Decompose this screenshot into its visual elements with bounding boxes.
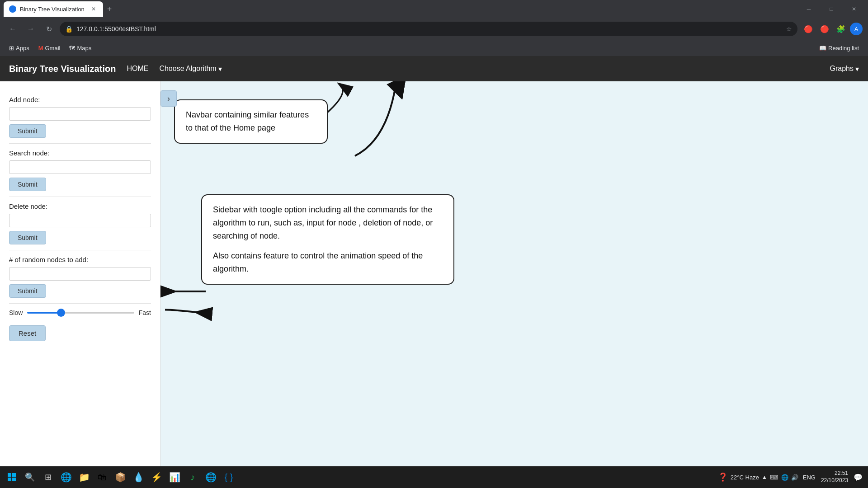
bookmarks-bar: ⊞ Apps M Gmail 🗺 Maps 📖 Reading list (0, 40, 868, 56)
new-tab-button[interactable]: + (103, 3, 116, 15)
add-node-submit-button[interactable]: Submit (9, 124, 46, 138)
start-button[interactable] (4, 469, 20, 485)
app5-icon: ⚡ (151, 472, 162, 483)
search-taskbar-icon: 🔍 (25, 472, 35, 482)
random-nodes-submit-button[interactable]: Submit (9, 284, 46, 298)
apps-icon: ⊞ (9, 45, 14, 52)
clock-time: 22:51 (835, 470, 848, 477)
puzzle-icon[interactable]: 🧩 (834, 22, 848, 36)
delete-node-section: Delete node: Submit (9, 197, 151, 250)
notification-button[interactable]: 💬 (852, 471, 864, 483)
search-node-label: Search node: (9, 149, 151, 157)
expand-icon[interactable]: ▲ (762, 474, 767, 480)
sidebar-toggle-button[interactable]: › (160, 90, 177, 107)
system-tray: ❓ 22°C Haze ▲ ⌨ 🌐 🔊 ENG (718, 472, 817, 482)
speed-slider[interactable] (27, 312, 134, 314)
address-text: 127.0.0.1:5500/testBST.html (76, 25, 783, 33)
random-nodes-input[interactable] (9, 267, 151, 281)
graphs-caret: ▾ (855, 65, 859, 73)
page-navbar: Binary Tree Visualization HOME Choose Al… (0, 56, 868, 81)
tab-close-button[interactable]: ✕ (90, 5, 98, 13)
page-title: Binary Tree Visualization (9, 64, 116, 74)
office-button[interactable]: 📊 (166, 469, 183, 485)
add-node-section: Add node: Submit (9, 90, 151, 144)
folder-icon: 📁 (79, 472, 90, 483)
taskbar-clock[interactable]: 22:51 22/10/2023 (821, 470, 848, 484)
search-node-input[interactable] (9, 160, 151, 174)
search-taskbar-button[interactable]: 🔍 (22, 469, 38, 485)
chevron-right-icon: › (167, 94, 170, 103)
edge-browser-button[interactable]: 🌐 (58, 469, 74, 485)
random-nodes-section: # of random nodes to add: Submit (9, 250, 151, 304)
app5-button[interactable]: ⚡ (148, 469, 165, 485)
window-controls: ─ □ ✕ (798, 0, 864, 18)
minimize-button[interactable]: ─ (798, 0, 819, 18)
bookmark-maps[interactable]: 🗺 Maps (66, 43, 95, 53)
amazon-icon: 📦 (115, 472, 126, 483)
fast-label: Fast (139, 309, 151, 316)
choose-algorithm-label: Choose Algorithm (159, 65, 216, 73)
home-nav-link[interactable]: HOME (127, 65, 148, 73)
file-explorer-button[interactable]: 📁 (76, 469, 92, 485)
sidebar-annotation-line2: Also contains feature to control the ani… (213, 249, 443, 276)
lang-label: ENG (803, 474, 816, 481)
address-input[interactable]: 🔒 127.0.0.1:5500/testBST.html ☆ (60, 22, 797, 36)
delete-node-label: Delete node: (9, 202, 151, 210)
dropbox-button[interactable]: 💧 (130, 469, 146, 485)
navbar-annotation-box: Navbar containing similar features to th… (174, 99, 328, 144)
close-button[interactable]: ✕ (844, 0, 864, 18)
bookmark-apps[interactable]: ⊞ Apps (5, 43, 33, 53)
reload-button[interactable]: ↻ (42, 22, 56, 36)
store-icon: 🛍 (98, 472, 107, 483)
chrome-icon: 🌐 (205, 472, 217, 483)
chrome-button[interactable]: 🌐 (203, 469, 219, 485)
back-button[interactable]: ← (5, 22, 20, 36)
vscode-button[interactable]: { } (221, 469, 237, 485)
reading-list-button[interactable]: 📖 Reading list (816, 43, 863, 53)
store-button[interactable]: 🛍 (94, 469, 110, 485)
choose-algorithm-dropdown[interactable]: Choose Algorithm ▾ (159, 65, 222, 73)
page: Binary Tree Visualization HOME Choose Al… (0, 56, 868, 466)
edge-icon: 🌐 (61, 472, 72, 483)
page-body: Add node: Submit Search node: Submit Del… (0, 81, 868, 466)
extension1-icon[interactable]: 🔴 (801, 22, 816, 36)
graphs-dropdown[interactable]: Graphs ▾ (830, 65, 859, 73)
amazon-button[interactable]: 📦 (112, 469, 128, 485)
maps-label: Maps (77, 45, 91, 52)
toolbar-icons: 🔴 🔴 🧩 A (801, 22, 863, 36)
vscode-icon: { } (225, 472, 233, 483)
gmail-icon: M (38, 45, 43, 52)
add-node-input[interactable] (9, 107, 151, 121)
avatar[interactable]: A (850, 23, 863, 35)
task-view-button[interactable]: ⊞ (40, 469, 56, 485)
bookmark-icon[interactable]: ☆ (786, 25, 792, 33)
forward-button[interactable]: → (24, 22, 38, 36)
reading-list-icon: 📖 (819, 45, 826, 52)
gmail-label: Gmail (45, 45, 60, 52)
tab-title: Binary Tree Visualization (20, 6, 86, 13)
random-nodes-label: # of random nodes to add: (9, 256, 151, 263)
navbar-annotation-text: Navbar containing similar features to th… (186, 110, 309, 132)
keyboard-icon: ⌨ (770, 474, 778, 481)
office-icon: 📊 (169, 472, 180, 483)
maximize-button[interactable]: □ (821, 0, 842, 18)
reset-button[interactable]: Reset (9, 325, 46, 341)
dropbox-icon: 💧 (133, 472, 144, 483)
spotify-button[interactable]: ♪ (184, 469, 201, 485)
apps-label: Apps (16, 45, 29, 52)
delete-node-input[interactable] (9, 214, 151, 227)
bookmark-gmail[interactable]: M Gmail (35, 43, 64, 53)
search-node-submit-button[interactable]: Submit (9, 178, 46, 191)
tab-favicon (9, 5, 16, 13)
address-bar: ← → ↻ 🔒 127.0.0.1:5500/testBST.html ☆ 🔴 … (0, 18, 868, 40)
extension2-icon[interactable]: 🔴 (817, 22, 832, 36)
taskbar: 🔍 ⊞ 🌐 📁 🛍 📦 💧 ⚡ 📊 ♪ 🌐 (0, 466, 868, 488)
help-icon[interactable]: ❓ (718, 472, 728, 482)
speaker-icon: 🔊 (791, 474, 798, 481)
sidebar: Add node: Submit Search node: Submit Del… (0, 81, 160, 466)
windows-logo (8, 473, 16, 481)
active-tab[interactable]: Binary Tree Visualization ✕ (4, 1, 103, 17)
delete-node-submit-button[interactable]: Submit (9, 231, 46, 244)
maps-icon: 🗺 (69, 45, 75, 52)
search-node-section: Search node: Submit (9, 144, 151, 197)
